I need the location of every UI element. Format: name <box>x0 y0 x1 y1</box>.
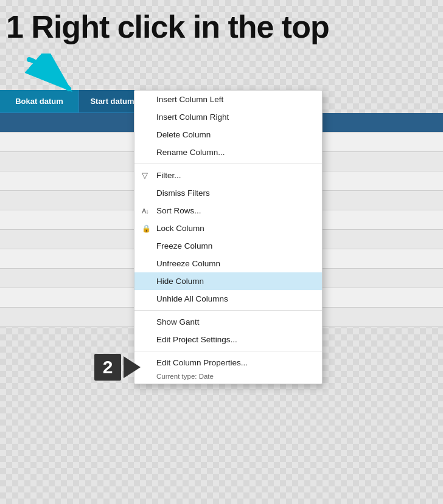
lock-icon: 🔒 <box>142 224 151 233</box>
menu-divider-2 <box>134 310 322 311</box>
menu-item-insert-col-right[interactable]: Insert Column Right <box>134 108 322 126</box>
menu-item-edit-col-props[interactable]: Edit Column Properties... <box>134 354 322 371</box>
instruction-text: 1 Right click in the top <box>6 11 329 43</box>
menu-label-insert-col-left: Insert Column Left <box>156 95 223 104</box>
menu-divider-1 <box>134 164 322 164</box>
menu-label-delete-col: Delete Column <box>156 130 211 139</box>
menu-label-dismiss-filters: Dismiss Filters <box>156 188 210 198</box>
menu-item-delete-col[interactable]: Delete Column <box>134 126 322 143</box>
arrow-indicator <box>23 54 78 98</box>
menu-label-lock-column: Lock Column <box>156 224 204 233</box>
menu-divider-3 <box>134 351 322 351</box>
menu-item-unhide-all-columns[interactable]: Unhide All Columns <box>134 290 322 308</box>
menu-label-insert-col-right: Insert Column Right <box>156 112 229 122</box>
menu-item-insert-col-left[interactable]: Insert Column Left <box>134 91 322 108</box>
menu-item-hide-column[interactable]: Hide Column <box>134 272 322 290</box>
menu-label-unfreeze-column: Unfreeze Column <box>156 259 220 268</box>
menu-label-edit-project: Edit Project Settings... <box>156 335 237 344</box>
menu-item-freeze-column[interactable]: Freeze Column <box>134 237 322 255</box>
menu-label-freeze-column: Freeze Column <box>156 241 212 250</box>
menu-label-edit-col-props: Edit Column Properties... <box>156 358 248 367</box>
menu-label-hide-column: Hide Column <box>156 277 204 286</box>
menu-label-unhide-all-columns: Unhide All Columns <box>156 294 228 303</box>
menu-item-edit-project[interactable]: Edit Project Settings... <box>134 331 322 348</box>
menu-label-filter: Filter... <box>156 171 181 180</box>
menu-item-sort-rows[interactable]: A↓ Sort Rows... <box>134 202 322 219</box>
step2-badge: 2 <box>94 354 121 381</box>
menu-item-lock-column[interactable]: 🔒 Lock Column <box>134 219 322 237</box>
menu-label-rename-col: Rename Column... <box>156 148 225 157</box>
menu-label-sort-rows: Sort Rows... <box>156 206 201 215</box>
context-menu: Insert Column Left Insert Column Right D… <box>134 90 323 384</box>
menu-item-unfreeze-column[interactable]: Unfreeze Column <box>134 255 322 272</box>
filter-icon: ▽ <box>142 171 148 180</box>
step2-container: 2 <box>94 354 141 381</box>
sort-icon: A↓ <box>142 207 148 215</box>
menu-item-dismiss-filters[interactable]: Dismiss Filters <box>134 184 322 202</box>
menu-item-filter[interactable]: ▽ Filter... <box>134 167 322 184</box>
menu-subtext-current-type: Current type: Date <box>134 371 322 384</box>
menu-label-show-gantt: Show Gantt <box>156 317 200 326</box>
menu-item-rename-col[interactable]: Rename Column... <box>134 143 322 161</box>
step2-arrow-right <box>124 356 141 378</box>
menu-item-show-gantt[interactable]: Show Gantt <box>134 313 322 331</box>
